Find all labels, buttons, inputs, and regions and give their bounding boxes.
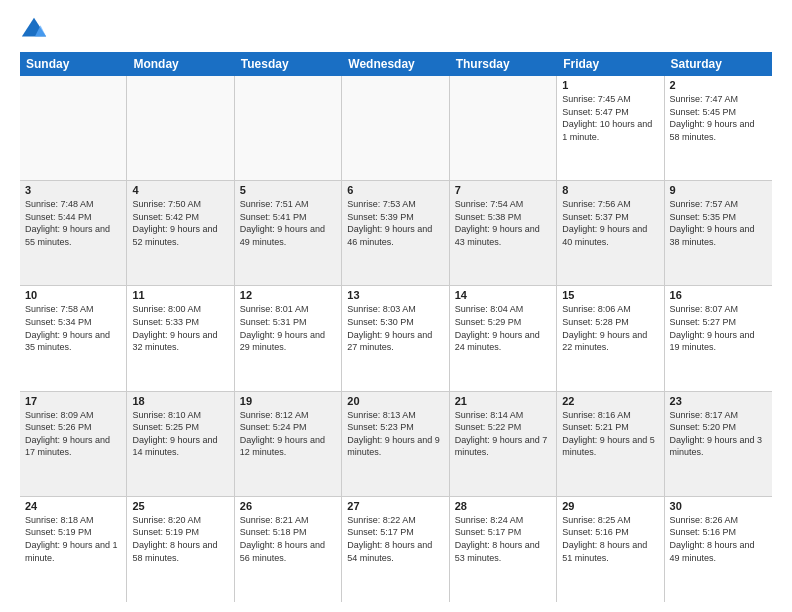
day-info: Sunrise: 8:01 AM Sunset: 5:31 PM Dayligh… — [240, 303, 336, 353]
day-cell-10: 10Sunrise: 7:58 AM Sunset: 5:34 PM Dayli… — [20, 286, 127, 390]
day-cell-23: 23Sunrise: 8:17 AM Sunset: 5:20 PM Dayli… — [665, 392, 772, 496]
logo-icon — [20, 16, 48, 44]
day-cell-25: 25Sunrise: 8:20 AM Sunset: 5:19 PM Dayli… — [127, 497, 234, 602]
empty-cell — [342, 76, 449, 180]
empty-cell — [235, 76, 342, 180]
day-number: 18 — [132, 395, 228, 407]
day-info: Sunrise: 8:06 AM Sunset: 5:28 PM Dayligh… — [562, 303, 658, 353]
day-info: Sunrise: 7:54 AM Sunset: 5:38 PM Dayligh… — [455, 198, 551, 248]
day-info: Sunrise: 8:26 AM Sunset: 5:16 PM Dayligh… — [670, 514, 767, 564]
header-day-thursday: Thursday — [450, 52, 557, 76]
day-info: Sunrise: 7:57 AM Sunset: 5:35 PM Dayligh… — [670, 198, 767, 248]
day-number: 24 — [25, 500, 121, 512]
day-cell-21: 21Sunrise: 8:14 AM Sunset: 5:22 PM Dayli… — [450, 392, 557, 496]
day-number: 26 — [240, 500, 336, 512]
header-day-friday: Friday — [557, 52, 664, 76]
day-number: 17 — [25, 395, 121, 407]
day-info: Sunrise: 8:13 AM Sunset: 5:23 PM Dayligh… — [347, 409, 443, 459]
day-number: 4 — [132, 184, 228, 196]
day-cell-20: 20Sunrise: 8:13 AM Sunset: 5:23 PM Dayli… — [342, 392, 449, 496]
empty-cell — [450, 76, 557, 180]
day-info: Sunrise: 8:18 AM Sunset: 5:19 PM Dayligh… — [25, 514, 121, 564]
day-cell-29: 29Sunrise: 8:25 AM Sunset: 5:16 PM Dayli… — [557, 497, 664, 602]
day-cell-18: 18Sunrise: 8:10 AM Sunset: 5:25 PM Dayli… — [127, 392, 234, 496]
day-cell-13: 13Sunrise: 8:03 AM Sunset: 5:30 PM Dayli… — [342, 286, 449, 390]
day-info: Sunrise: 8:25 AM Sunset: 5:16 PM Dayligh… — [562, 514, 658, 564]
day-number: 5 — [240, 184, 336, 196]
day-number: 11 — [132, 289, 228, 301]
day-info: Sunrise: 7:45 AM Sunset: 5:47 PM Dayligh… — [562, 93, 658, 143]
day-number: 27 — [347, 500, 443, 512]
day-number: 28 — [455, 500, 551, 512]
day-cell-2: 2Sunrise: 7:47 AM Sunset: 5:45 PM Daylig… — [665, 76, 772, 180]
day-info: Sunrise: 8:12 AM Sunset: 5:24 PM Dayligh… — [240, 409, 336, 459]
header-day-sunday: Sunday — [20, 52, 127, 76]
day-number: 22 — [562, 395, 658, 407]
day-number: 1 — [562, 79, 658, 91]
day-info: Sunrise: 8:17 AM Sunset: 5:20 PM Dayligh… — [670, 409, 767, 459]
header-day-saturday: Saturday — [665, 52, 772, 76]
week-row-4: 24Sunrise: 8:18 AM Sunset: 5:19 PM Dayli… — [20, 497, 772, 602]
day-info: Sunrise: 8:03 AM Sunset: 5:30 PM Dayligh… — [347, 303, 443, 353]
day-info: Sunrise: 7:53 AM Sunset: 5:39 PM Dayligh… — [347, 198, 443, 248]
day-number: 13 — [347, 289, 443, 301]
day-cell-5: 5Sunrise: 7:51 AM Sunset: 5:41 PM Daylig… — [235, 181, 342, 285]
day-info: Sunrise: 8:00 AM Sunset: 5:33 PM Dayligh… — [132, 303, 228, 353]
week-row-1: 3Sunrise: 7:48 AM Sunset: 5:44 PM Daylig… — [20, 181, 772, 286]
day-info: Sunrise: 8:09 AM Sunset: 5:26 PM Dayligh… — [25, 409, 121, 459]
day-number: 23 — [670, 395, 767, 407]
day-number: 25 — [132, 500, 228, 512]
day-number: 29 — [562, 500, 658, 512]
day-number: 10 — [25, 289, 121, 301]
day-cell-19: 19Sunrise: 8:12 AM Sunset: 5:24 PM Dayli… — [235, 392, 342, 496]
calendar-header: SundayMondayTuesdayWednesdayThursdayFrid… — [20, 52, 772, 76]
day-number: 16 — [670, 289, 767, 301]
day-info: Sunrise: 8:22 AM Sunset: 5:17 PM Dayligh… — [347, 514, 443, 564]
week-row-2: 10Sunrise: 7:58 AM Sunset: 5:34 PM Dayli… — [20, 286, 772, 391]
day-number: 3 — [25, 184, 121, 196]
day-cell-28: 28Sunrise: 8:24 AM Sunset: 5:17 PM Dayli… — [450, 497, 557, 602]
day-number: 14 — [455, 289, 551, 301]
header-day-tuesday: Tuesday — [235, 52, 342, 76]
calendar-body: 1Sunrise: 7:45 AM Sunset: 5:47 PM Daylig… — [20, 76, 772, 602]
day-cell-15: 15Sunrise: 8:06 AM Sunset: 5:28 PM Dayli… — [557, 286, 664, 390]
day-info: Sunrise: 7:58 AM Sunset: 5:34 PM Dayligh… — [25, 303, 121, 353]
day-cell-22: 22Sunrise: 8:16 AM Sunset: 5:21 PM Dayli… — [557, 392, 664, 496]
day-cell-3: 3Sunrise: 7:48 AM Sunset: 5:44 PM Daylig… — [20, 181, 127, 285]
day-cell-12: 12Sunrise: 8:01 AM Sunset: 5:31 PM Dayli… — [235, 286, 342, 390]
week-row-0: 1Sunrise: 7:45 AM Sunset: 5:47 PM Daylig… — [20, 76, 772, 181]
day-number: 30 — [670, 500, 767, 512]
day-number: 6 — [347, 184, 443, 196]
day-cell-14: 14Sunrise: 8:04 AM Sunset: 5:29 PM Dayli… — [450, 286, 557, 390]
empty-cell — [127, 76, 234, 180]
day-info: Sunrise: 8:07 AM Sunset: 5:27 PM Dayligh… — [670, 303, 767, 353]
day-number: 20 — [347, 395, 443, 407]
day-cell-7: 7Sunrise: 7:54 AM Sunset: 5:38 PM Daylig… — [450, 181, 557, 285]
day-cell-17: 17Sunrise: 8:09 AM Sunset: 5:26 PM Dayli… — [20, 392, 127, 496]
day-cell-8: 8Sunrise: 7:56 AM Sunset: 5:37 PM Daylig… — [557, 181, 664, 285]
day-number: 7 — [455, 184, 551, 196]
page-header — [20, 16, 772, 44]
day-info: Sunrise: 7:50 AM Sunset: 5:42 PM Dayligh… — [132, 198, 228, 248]
day-cell-30: 30Sunrise: 8:26 AM Sunset: 5:16 PM Dayli… — [665, 497, 772, 602]
header-day-wednesday: Wednesday — [342, 52, 449, 76]
day-cell-24: 24Sunrise: 8:18 AM Sunset: 5:19 PM Dayli… — [20, 497, 127, 602]
day-info: Sunrise: 8:20 AM Sunset: 5:19 PM Dayligh… — [132, 514, 228, 564]
day-info: Sunrise: 8:21 AM Sunset: 5:18 PM Dayligh… — [240, 514, 336, 564]
day-number: 12 — [240, 289, 336, 301]
day-info: Sunrise: 7:51 AM Sunset: 5:41 PM Dayligh… — [240, 198, 336, 248]
day-info: Sunrise: 8:04 AM Sunset: 5:29 PM Dayligh… — [455, 303, 551, 353]
day-number: 2 — [670, 79, 767, 91]
day-cell-4: 4Sunrise: 7:50 AM Sunset: 5:42 PM Daylig… — [127, 181, 234, 285]
day-cell-11: 11Sunrise: 8:00 AM Sunset: 5:33 PM Dayli… — [127, 286, 234, 390]
day-info: Sunrise: 7:48 AM Sunset: 5:44 PM Dayligh… — [25, 198, 121, 248]
day-info: Sunrise: 7:47 AM Sunset: 5:45 PM Dayligh… — [670, 93, 767, 143]
day-info: Sunrise: 8:10 AM Sunset: 5:25 PM Dayligh… — [132, 409, 228, 459]
day-cell-6: 6Sunrise: 7:53 AM Sunset: 5:39 PM Daylig… — [342, 181, 449, 285]
empty-cell — [20, 76, 127, 180]
day-number: 19 — [240, 395, 336, 407]
day-info: Sunrise: 7:56 AM Sunset: 5:37 PM Dayligh… — [562, 198, 658, 248]
day-info: Sunrise: 8:14 AM Sunset: 5:22 PM Dayligh… — [455, 409, 551, 459]
day-cell-9: 9Sunrise: 7:57 AM Sunset: 5:35 PM Daylig… — [665, 181, 772, 285]
day-number: 8 — [562, 184, 658, 196]
